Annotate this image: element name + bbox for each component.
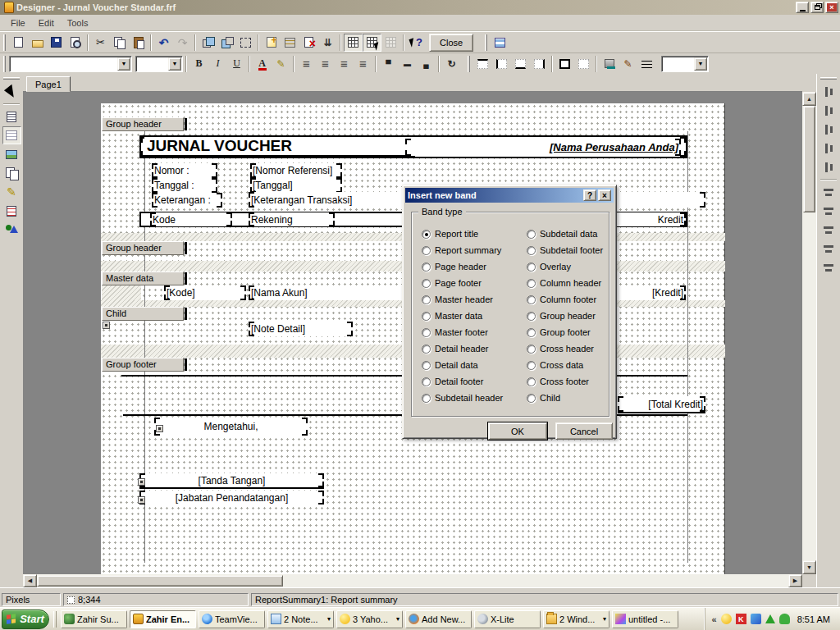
font-size-combo[interactable]: ▼ [135,56,183,72]
center-horizontal-band-button[interactable] [819,158,838,176]
help-pointer-button[interactable] [407,34,426,52]
frame-right-button[interactable] [530,55,549,73]
frame-top-button[interactable] [473,55,492,73]
taskbar-button[interactable]: TeamVie... [199,610,265,628]
space-vertically-button[interactable] [819,221,838,239]
save-button[interactable] [47,34,66,52]
company-name-field[interactable]: [Nama Perusahaan Anda] [405,139,681,156]
frame-width-combo[interactable]: ▼ [661,56,709,72]
band-type-option-master-header[interactable]: Master header [422,291,503,308]
band-type-option-group-header[interactable]: Group header [527,308,603,324]
tab-page1[interactable]: Page1 [26,76,71,92]
text-object-button[interactable] [2,107,21,126]
toolbar-grip[interactable] [468,56,470,72]
band-type-option-detail-footer[interactable]: Detail footer [422,373,503,390]
band-header-master-data[interactable]: Master data [102,272,184,285]
report-title-text[interactable]: JURNAL VOUCHER [144,137,415,157]
toolbar-grip[interactable] [3,56,6,72]
vertical-scrollbar[interactable]: ▲ ▼ [802,92,816,574]
taskbar-button[interactable]: 3 Yaho...▾ [336,610,403,628]
send-to-back-button[interactable] [217,34,236,52]
align-horizontal-centers-button[interactable] [819,102,838,120]
delete-button[interactable] [299,34,318,52]
taskbar-button[interactable]: Zahir En... [130,610,196,628]
fill-color-button[interactable] [600,55,619,73]
band-header-group-footer[interactable]: Group footer [102,358,184,372]
field-total-kredit[interactable]: [Total Kredit] [618,396,705,413]
band-header-group-header[interactable]: Group header [102,241,184,255]
band-type-option-report-summary[interactable]: Report summary [422,242,503,258]
kaspersky-icon[interactable] [736,614,746,624]
band-type-option-subdetail-data[interactable]: Subdetail data [527,226,603,242]
field-note-detail[interactable]: [Note Detail] [249,322,353,336]
dialog-help-button[interactable]: ? [583,189,596,201]
dialog-close-button[interactable]: × [598,189,611,201]
graphics-card-icon[interactable] [765,614,775,623]
msn-icon[interactable] [751,614,761,624]
undo-button[interactable] [154,34,173,52]
align-vertical-centers-button[interactable] [819,202,838,220]
cancel-button[interactable]: Cancel [555,422,613,440]
band-type-option-cross-header[interactable]: Cross header [527,340,603,357]
band-type-option-overlay[interactable]: Overlay [527,258,603,275]
overflow-chevron-icon[interactable] [712,614,717,624]
scroll-right-button[interactable]: ▶ [788,574,802,587]
chart-object-button[interactable] [2,221,21,239]
toolbar-grip[interactable] [3,34,6,51]
dropdown-arrow-icon[interactable]: ▾ [327,615,331,623]
menu-edit[interactable]: Edit [33,16,60,30]
grid-button[interactable] [344,34,363,52]
snap-to-grid-button[interactable] [363,34,381,52]
scroll-left-button[interactable]: ◀ [23,574,37,587]
menu-file[interactable]: File [5,16,31,30]
ok-button[interactable]: OK [488,422,547,440]
band-object-button[interactable] [2,126,21,144]
group-select-button[interactable] [236,34,255,52]
preview-button[interactable] [66,34,84,52]
dropdown-arrow-icon[interactable]: ▾ [396,615,399,623]
underline-button[interactable] [227,55,246,73]
taskbar-button[interactable]: 2 Wind...▾ [543,610,609,628]
valign-top-button[interactable] [379,55,398,73]
redo-button[interactable] [173,34,192,52]
band-type-option-report-title[interactable]: Report title [422,226,503,242]
column-header-kode[interactable]: Kode [150,212,232,226]
align-justify-button[interactable] [354,55,372,73]
band-type-option-group-footer[interactable]: Group footer [527,324,603,340]
band-type-option-subdetail-footer[interactable]: Subdetail footer [527,242,603,258]
band-type-option-page-header[interactable]: Page header [422,258,503,275]
horizontal-scrollbar[interactable]: ◀ ▶ [23,574,802,587]
center-vertical-band-button[interactable] [819,258,838,276]
italic-button[interactable] [208,55,227,73]
object-anchor-marker[interactable] [138,496,145,504]
chevron-down-icon[interactable]: ▼ [694,57,707,71]
band-header-child[interactable]: Child [102,307,184,321]
band-type-option-master-footer[interactable]: Master footer [422,324,503,340]
band-type-option-column-header[interactable]: Column header [527,275,603,291]
cut-button[interactable] [91,34,110,52]
restore-button[interactable] [810,2,824,13]
toolbar-grip[interactable] [3,77,20,80]
band-type-option-detail-header[interactable]: Detail header [422,340,503,357]
label-mengetahui[interactable]: Mengetahui, [154,418,308,436]
quick-launch-grip[interactable] [53,611,57,628]
band-type-option-page-footer[interactable]: Page footer [422,275,503,291]
field-tanda-tangan[interactable]: [Tanda Tangan] [139,473,324,489]
open-file-button[interactable] [28,34,47,52]
valign-center-button[interactable] [398,55,417,73]
picture-object-button[interactable] [2,145,21,163]
label-nomor[interactable]: Nomor : [152,163,217,178]
taskbar-button[interactable]: X-Lite [474,610,541,628]
band-type-option-cross-data[interactable]: Cross data [527,357,603,373]
highlight-button[interactable] [272,55,290,73]
align-center-button[interactable] [316,55,335,73]
menu-tools[interactable]: Tools [62,16,94,30]
minimize-button[interactable] [796,2,809,13]
object-anchor-marker[interactable] [138,478,145,486]
rotate-button[interactable] [442,55,461,73]
valign-bottom-button[interactable] [417,55,436,73]
frame-color-button[interactable] [619,55,637,73]
close-window-button[interactable]: × [825,2,838,13]
insert-fields-button[interactable] [318,34,337,52]
frame-bottom-button[interactable] [511,55,530,73]
